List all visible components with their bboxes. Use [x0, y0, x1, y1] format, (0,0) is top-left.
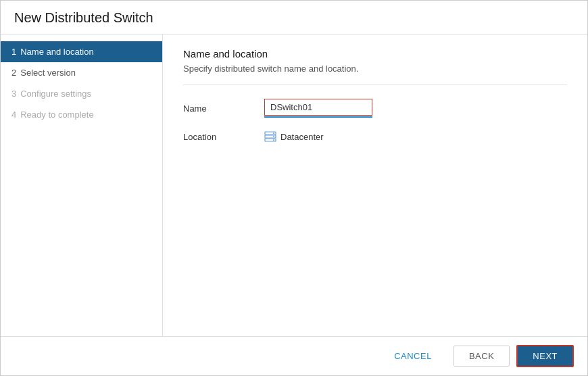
content-divider	[183, 85, 567, 85]
sidebar: 1 Name and location 2 Select version 3 C…	[1, 34, 163, 336]
svg-point-5	[273, 139, 274, 141]
name-value-wrapper	[264, 99, 567, 118]
location-value: Datacenter	[264, 131, 567, 142]
location-form-row: Location	[183, 131, 567, 142]
sidebar-item-ready-complete: 4 Ready to complete	[1, 104, 162, 125]
back-button[interactable]: BACK	[454, 346, 510, 367]
name-form-row: Name	[183, 99, 567, 118]
name-label: Name	[183, 103, 264, 114]
content-heading: Name and location	[183, 48, 567, 60]
new-distributed-switch-dialog: New Distributed Switch 1 Name and locati…	[0, 0, 588, 376]
location-value-container: Datacenter	[264, 131, 567, 142]
sidebar-item-ready-complete-label: Ready to complete	[20, 110, 93, 120]
dialog-footer: CANCEL BACK NEXT	[1, 336, 587, 375]
next-button[interactable]: NEXT	[516, 345, 574, 367]
input-underline	[264, 116, 372, 118]
location-text: Datacenter	[280, 132, 324, 142]
sidebar-item-select-version-label: Select version	[20, 68, 76, 78]
step-2-num: 2	[11, 68, 16, 78]
name-input-wrapper	[264, 99, 372, 118]
dialog-title: New Distributed Switch	[1, 1, 587, 34]
content-subheading: Specify distributed switch name and loca…	[183, 64, 567, 74]
sidebar-item-configure-settings: 3 Configure settings	[1, 83, 162, 104]
step-1-num: 1	[11, 47, 16, 57]
location-label: Location	[183, 132, 264, 142]
datacenter-icon	[264, 131, 276, 142]
sidebar-item-name-location[interactable]: 1 Name and location	[1, 41, 162, 62]
sidebar-item-name-location-label: Name and location	[20, 47, 93, 57]
content-area: Name and location Specify distributed sw…	[163, 34, 587, 336]
name-input[interactable]	[264, 99, 372, 116]
svg-point-4	[273, 136, 274, 137]
cancel-button[interactable]: CANCEL	[379, 346, 447, 366]
step-3-num: 3	[11, 89, 16, 99]
dialog-body: 1 Name and location 2 Select version 3 C…	[1, 34, 587, 336]
sidebar-item-configure-settings-label: Configure settings	[20, 89, 91, 99]
svg-point-3	[273, 133, 274, 134]
step-4-num: 4	[11, 110, 16, 120]
sidebar-item-select-version[interactable]: 2 Select version	[1, 62, 162, 83]
